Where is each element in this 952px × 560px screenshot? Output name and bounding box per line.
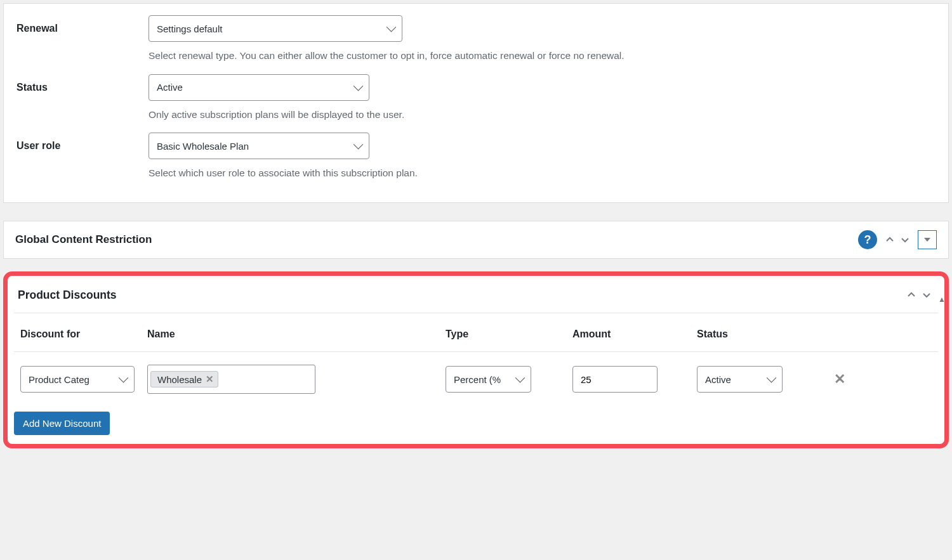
discount-type-select[interactable]: Percent (%	[446, 366, 531, 393]
settings-panel: Renewal Settings default Select renewal …	[3, 3, 949, 203]
move-down-icon[interactable]	[897, 232, 913, 247]
remove-tag-icon[interactable]: ✕	[206, 374, 214, 385]
product-discounts-title: Product Discounts	[18, 289, 117, 302]
discount-amount-input[interactable]	[572, 366, 658, 393]
renewal-row: Renewal Settings default Select renewal …	[17, 4, 935, 63]
discount-status-select[interactable]: Active	[697, 366, 783, 393]
add-new-discount-button[interactable]: Add New Discount	[14, 412, 110, 435]
renewal-label: Renewal	[17, 15, 149, 34]
col-discount-for: Discount for	[20, 329, 147, 340]
discount-name-tagbox[interactable]: Wholesale ✕	[147, 365, 315, 394]
renewal-select-wrap: Settings default	[149, 15, 402, 42]
status-help: Only active subscription plans will be d…	[149, 108, 935, 122]
status-select[interactable]: Active	[149, 74, 369, 101]
user-role-label: User role	[17, 133, 149, 152]
col-type: Type	[446, 329, 572, 340]
status-row: Status Active Only active subscription p…	[17, 63, 935, 122]
move-up-icon[interactable]	[882, 232, 897, 247]
delete-row-icon[interactable]: ✕	[834, 371, 845, 387]
discount-table-header: Discount for Name Type Amount Status	[14, 313, 938, 352]
user-role-row: User role Basic Wholesale Plan Select wh…	[17, 121, 935, 180]
user-role-select[interactable]: Basic Wholesale Plan	[149, 133, 369, 159]
global-content-restriction-panel: Global Content Restriction ?	[3, 221, 949, 259]
help-icon[interactable]: ?	[858, 230, 877, 249]
discount-for-select[interactable]: Product Categ	[20, 366, 135, 393]
toggle-panel-button[interactable]	[918, 230, 937, 249]
renewal-help: Select renewal type. You can either allo…	[149, 49, 935, 63]
discount-row: Product Categ Wholesale ✕ Percent (%	[14, 352, 938, 407]
status-label: Status	[17, 74, 149, 93]
global-restriction-title: Global Content Restriction	[15, 233, 152, 246]
col-status: Status	[697, 329, 824, 340]
renewal-select[interactable]: Settings default	[149, 15, 402, 42]
col-amount: Amount	[572, 329, 697, 340]
user-role-help: Select which user role to associate with…	[149, 166, 935, 180]
product-discounts-panel: ▲ Product Discounts Discount for Name Ty…	[3, 271, 949, 448]
outer-toggle-icon[interactable]: ▲	[938, 295, 946, 304]
col-name: Name	[147, 329, 446, 340]
wholesale-tag: Wholesale ✕	[150, 371, 218, 387]
pd-move-down-icon[interactable]	[919, 287, 934, 303]
pd-move-up-icon[interactable]	[904, 287, 919, 303]
